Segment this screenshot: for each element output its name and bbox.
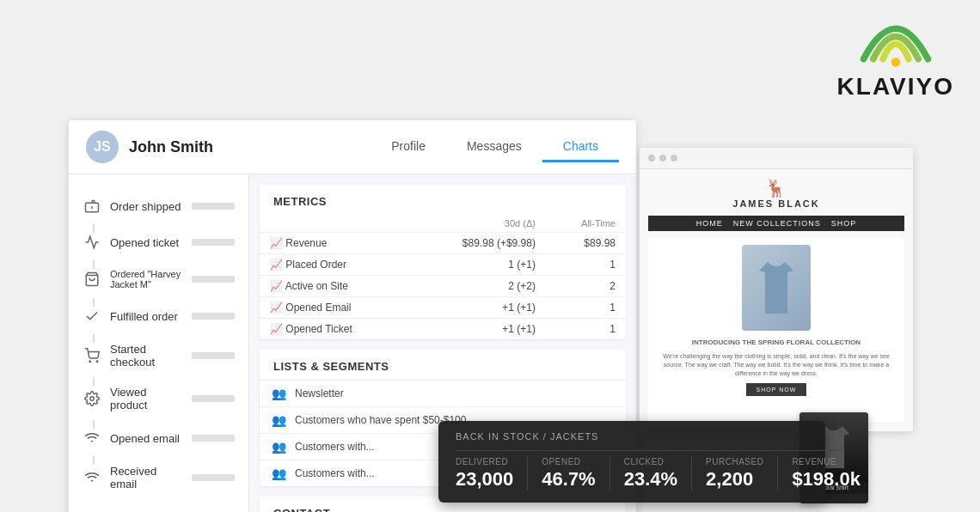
sidebar-item-viewed-product[interactable]: Viewed product xyxy=(69,377,248,420)
list-item-newsletter[interactable]: 👥 Newsletter xyxy=(260,380,626,406)
stat-value: 23,000 xyxy=(456,468,513,491)
trend-icon: 📈 xyxy=(270,259,283,271)
stat-purchased: PURCHASED 2,200 xyxy=(692,457,778,491)
metric-label: 📈 Revenue xyxy=(260,233,409,254)
sidebar-bar xyxy=(192,276,235,283)
metric-label: 📈 Active on Site xyxy=(260,276,409,297)
sidebar-bar xyxy=(192,239,235,246)
sidebar-bar xyxy=(192,474,235,481)
sidebar-item-opened-ticket[interactable]: Opened ticket xyxy=(69,224,248,260)
stat-value: $198.0k xyxy=(792,468,861,491)
sidebar-item-started-checkout[interactable]: Started checkout xyxy=(69,334,248,377)
metric-label: 📈 Opened Ticket xyxy=(260,319,409,340)
sidebar-item-order-shipped[interactable]: Order shipped xyxy=(69,188,248,224)
sidebar: Order shipped Opened ticket Ordered "Har… xyxy=(69,174,249,512)
svg-point-6 xyxy=(90,397,95,401)
col-all-time: All-Time xyxy=(546,215,626,233)
svg-point-5 xyxy=(96,361,98,363)
tab-charts[interactable]: Charts xyxy=(542,132,619,162)
sidebar-label: Order shipped xyxy=(110,200,183,213)
package-icon xyxy=(83,197,101,216)
lists-card-header: LISTS & SEGMENTS xyxy=(260,350,626,380)
preview-tagline: INTRODUCING THE SPRING FLORAL COLLECTION xyxy=(692,338,861,347)
metric-val-all: $89.98 xyxy=(546,233,626,254)
email-preview-panel: 🦌 JAMES BLACK HOME NEW COLLECTIONS SHOP … xyxy=(640,148,913,431)
wifi-icon-2 xyxy=(83,468,101,487)
group-icon-4: 👥 xyxy=(272,466,286,480)
tab-profile[interactable]: Profile xyxy=(371,132,446,162)
list-label: Customers with... xyxy=(295,441,375,453)
gear-icon xyxy=(83,389,101,408)
metric-row-active-site: 📈 Active on Site 2 (+2) 2 xyxy=(260,276,626,297)
panel-header: JS John Smith Profile Messages Charts xyxy=(69,120,636,174)
stat-label: REVENUE xyxy=(792,457,861,466)
preview-brand: JAMES BLACK xyxy=(732,198,819,209)
stat-value: 2,200 xyxy=(706,468,763,491)
sidebar-label: Ordered "Harvey Jacket M" xyxy=(110,269,183,290)
stat-label: CLICKED xyxy=(624,457,677,466)
sidebar-bar xyxy=(192,313,235,320)
stat-label: OPENED xyxy=(542,457,595,466)
metrics-table: 30d (Δ) All-Time 📈 Revenue $89.98 (+$9.9… xyxy=(260,215,626,339)
check-icon xyxy=(83,307,101,326)
metric-val-30d: 1 (+1) xyxy=(409,254,546,276)
user-name: John Smith xyxy=(129,138,213,156)
sidebar-label: Started checkout xyxy=(110,343,183,369)
preview-body-text: We're challenging the way the clothing i… xyxy=(655,352,897,377)
metric-val-30d: 2 (+2) xyxy=(409,276,546,297)
stat-revenue: REVENUE $198.0k xyxy=(778,457,874,491)
sidebar-bar xyxy=(192,203,235,210)
cart-icon xyxy=(83,346,101,365)
metrics-card-header: METRICS xyxy=(260,185,626,215)
trend-icon: 📈 xyxy=(270,323,283,335)
group-icon-2: 👥 xyxy=(272,413,286,427)
bag-icon xyxy=(83,270,101,289)
metric-row-placed-order: 📈 Placed Order 1 (+1) 1 xyxy=(260,254,626,276)
trend-icon: 📈 xyxy=(270,237,283,249)
sidebar-item-fulfilled-order[interactable]: Fulfilled order xyxy=(69,298,248,334)
sidebar-label: Viewed product xyxy=(110,386,183,411)
klaviyo-icon xyxy=(857,9,934,77)
deer-icon: 🦌 xyxy=(765,178,787,198)
avatar: JS xyxy=(86,131,119,163)
group-icon-3: 👥 xyxy=(272,440,286,454)
metrics-card: METRICS 30d (Δ) All-Time 📈 R xyxy=(260,185,626,339)
metric-val-all: 1 xyxy=(546,254,626,276)
stat-label: PURCHASED xyxy=(706,457,763,466)
nav-home: HOME xyxy=(696,219,723,228)
preview-nav: HOME NEW COLLECTIONS SHOP xyxy=(648,216,904,231)
metric-row-revenue: 📈 Revenue $89.98 (+$9.98) $89.98 xyxy=(260,233,626,254)
nav-collections: NEW COLLECTIONS xyxy=(733,219,821,228)
trend-icon: 📈 xyxy=(270,280,283,292)
metric-row-opened-email: 📈 Opened Email +1 (+1) 1 xyxy=(260,297,626,319)
sidebar-item-ordered-jacket[interactable]: Ordered "Harvey Jacket M" xyxy=(69,260,248,298)
sidebar-item-received-email[interactable]: Received email xyxy=(69,456,248,499)
trend-icon: 📈 xyxy=(270,302,283,314)
dot-1 xyxy=(648,155,655,162)
metric-val-all: 1 xyxy=(546,297,626,319)
metric-label: 📈 Opened Email xyxy=(260,297,409,319)
preview-cta[interactable]: SHOP NOW xyxy=(746,383,807,396)
tab-nav: Profile Messages Charts xyxy=(371,132,619,162)
tab-messages[interactable]: Messages xyxy=(446,132,542,162)
stat-clicked: CLICKED 23.4% xyxy=(610,457,692,491)
svg-point-0 xyxy=(891,58,901,67)
dot-2 xyxy=(659,155,666,162)
dot-3 xyxy=(671,155,677,162)
preview-logo-area: 🦌 JAMES BLACK xyxy=(732,178,819,209)
stats-grid: DELIVERED 23,000 OPENED 46.7% CLICKED 23… xyxy=(456,457,808,491)
list-label: Customers with... xyxy=(295,467,375,479)
sidebar-label: Opened email xyxy=(110,432,183,445)
metric-val-all: 1 xyxy=(546,319,626,340)
metric-val-30d: +1 (+1) xyxy=(409,319,546,340)
wifi-icon xyxy=(83,429,101,448)
sidebar-bar xyxy=(192,395,235,402)
col-30d: 30d (Δ) xyxy=(409,215,546,233)
metric-row-opened-ticket: 📈 Opened Ticket +1 (+1) 1 xyxy=(260,319,626,340)
sidebar-item-opened-email[interactable]: Opened email xyxy=(69,420,248,456)
stat-delivered: DELIVERED 23,000 xyxy=(456,457,528,491)
sidebar-bar xyxy=(192,435,235,442)
preview-dots xyxy=(640,148,913,169)
stat-opened: OPENED 46.7% xyxy=(528,457,609,491)
metric-val-all: 2 xyxy=(546,276,626,297)
